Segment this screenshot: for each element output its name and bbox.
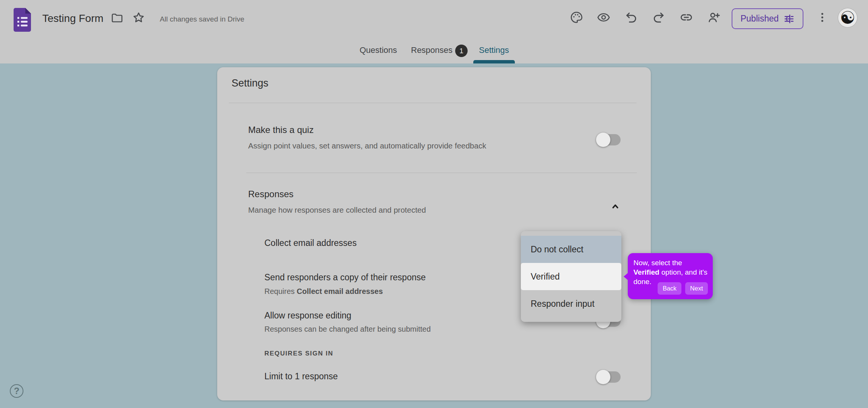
quiz-setting-title: Make this a quiz <box>248 125 314 135</box>
send-copy-subtitle-prefix: Requires <box>264 287 297 295</box>
collapse-chevron-up-icon[interactable] <box>609 199 622 213</box>
divider <box>229 103 636 103</box>
help-glyph: ? <box>14 386 20 396</box>
preview-eye-icon[interactable] <box>597 11 610 24</box>
star-icon[interactable] <box>132 11 145 25</box>
save-status-text: All changes saved in Drive <box>160 15 244 23</box>
requires-sign-in-label: REQUIRES SIGN IN <box>264 350 333 357</box>
menu-item-do-not-collect[interactable]: Do not collect <box>521 236 621 263</box>
published-button[interactable]: Published <box>732 8 803 29</box>
menu-item-verified[interactable]: Verified <box>521 263 621 290</box>
avatar-glyph: ☯ <box>840 8 855 27</box>
toggle-knob <box>596 370 610 384</box>
tune-icon <box>783 13 795 25</box>
tour-next-button[interactable]: Next <box>685 282 708 295</box>
responses-count-badge: 1 <box>455 45 468 57</box>
quiz-setting-subtitle: Assign point values, set answers, and au… <box>248 141 486 150</box>
send-copy-subtitle: Requires Collect email addresses <box>264 287 383 296</box>
document-title[interactable]: Testing Form <box>42 12 103 25</box>
account-avatar[interactable]: ☯ <box>838 8 857 27</box>
tab-responses[interactable]: Responses <box>411 45 453 55</box>
tab-settings[interactable]: Settings <box>479 45 509 55</box>
toggle-knob <box>596 133 610 147</box>
tab-questions[interactable]: Questions <box>360 45 397 55</box>
redo-icon[interactable] <box>652 11 666 24</box>
collect-email-title: Collect email addresses <box>264 238 357 248</box>
collect-email-dropdown-menu: Do not collect Verified Responder input <box>521 231 621 322</box>
tooltip-text-bold: Verified <box>633 268 659 276</box>
tour-back-button[interactable]: Back <box>658 282 681 295</box>
divider <box>246 173 637 173</box>
quiz-toggle[interactable] <box>597 134 621 145</box>
copy-link-icon[interactable] <box>680 11 693 24</box>
send-copy-title: Send responders a copy of their response <box>264 272 426 283</box>
limit-one-response-title: Limit to 1 response <box>264 371 338 382</box>
add-collaborators-icon[interactable] <box>707 11 721 24</box>
move-folder-icon[interactable] <box>110 11 124 25</box>
send-copy-subtitle-bold: Collect email addresses <box>297 287 383 295</box>
allow-editing-subtitle: Responses can be changed after being sub… <box>264 325 431 334</box>
top-bar: Testing Form All changes saved in Drive <box>0 0 868 63</box>
help-icon[interactable]: ? <box>10 384 23 398</box>
page-title: Settings <box>232 77 269 89</box>
theme-palette-icon[interactable] <box>570 11 583 24</box>
published-label: Published <box>740 14 778 24</box>
responses-section-title: Responses <box>248 189 293 199</box>
limit-one-response-toggle[interactable] <box>597 371 621 383</box>
undo-icon[interactable] <box>624 11 638 24</box>
responses-section-subtitle: Manage how responses are collected and p… <box>248 206 426 215</box>
logo-fold-icon <box>25 8 31 14</box>
more-options-icon[interactable] <box>816 11 829 24</box>
tour-tooltip: Now, select the Verified option, and it'… <box>628 253 713 299</box>
active-tab-underline <box>473 60 515 63</box>
tooltip-arrow <box>624 273 628 280</box>
tooltip-text-prefix: Now, select the <box>633 259 682 267</box>
allow-editing-title: Allow response editing <box>264 311 351 321</box>
forms-logo-icon[interactable] <box>14 8 31 32</box>
menu-item-responder-input[interactable]: Responder input <box>521 290 621 317</box>
